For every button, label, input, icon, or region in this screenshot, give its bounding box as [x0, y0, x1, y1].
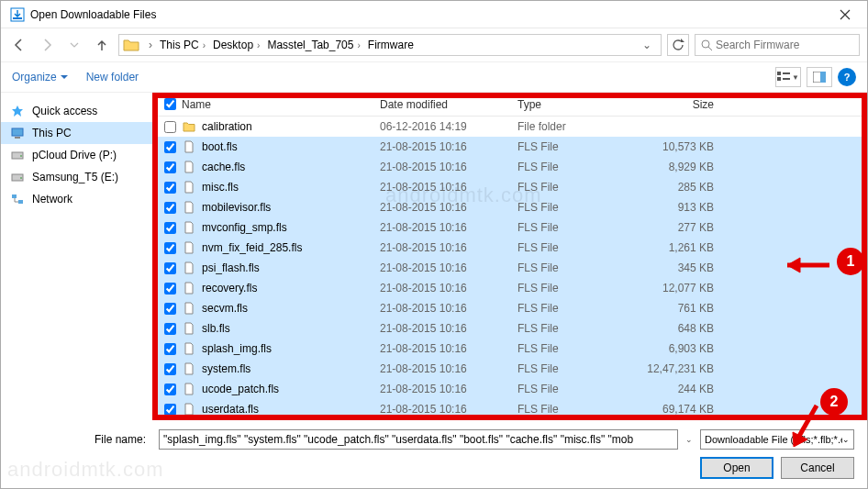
nav-item-this-pc[interactable]: This PC: [1, 122, 152, 144]
file-name: boot.fls: [202, 140, 380, 153]
cancel-button[interactable]: Cancel: [781, 457, 854, 479]
file-size: 69,174 KB: [637, 403, 729, 416]
svg-rect-3: [777, 72, 781, 75]
breadcrumb[interactable]: Desktop›: [211, 39, 265, 51]
up-button[interactable]: [91, 34, 113, 56]
file-name: system.fls: [202, 362, 380, 375]
row-checkbox[interactable]: [164, 262, 176, 274]
arrow-right-icon: [39, 38, 54, 52]
row-checkbox[interactable]: [164, 141, 176, 153]
file-row[interactable]: system.fls21-08-2015 10:16FLS File12,47,…: [152, 359, 867, 379]
file-icon: [182, 181, 196, 194]
file-type: FLS File: [517, 221, 637, 234]
file-icon: [182, 221, 196, 234]
row-checkbox[interactable]: [164, 161, 176, 173]
file-row[interactable]: misc.fls21-08-2015 10:16FLS File285 KB: [152, 177, 867, 197]
file-date: 21-08-2015 10:16: [380, 140, 517, 153]
col-size[interactable]: Size: [637, 98, 729, 111]
svg-rect-10: [15, 137, 20, 139]
svg-rect-15: [12, 194, 17, 198]
row-checkbox[interactable]: [164, 303, 176, 315]
chevron-down-icon[interactable]: ⌄: [642, 39, 651, 51]
file-row[interactable]: slb.fls21-08-2015 10:16FLS File648 KB: [152, 318, 867, 339]
file-row[interactable]: mvconfig_smp.fls21-08-2015 10:16FLS File…: [152, 217, 867, 238]
file-row[interactable]: nvm_fix_feid_285.fls21-08-2015 10:16FLS …: [152, 238, 867, 258]
search-box[interactable]: [695, 34, 860, 56]
forward-button[interactable]: [36, 34, 58, 56]
file-type: FLS File: [517, 282, 637, 295]
recent-dropdown[interactable]: [63, 34, 85, 56]
row-checkbox[interactable]: [164, 363, 176, 375]
row-checkbox[interactable]: [164, 404, 176, 416]
row-checkbox[interactable]: [164, 202, 176, 214]
back-button[interactable]: [8, 34, 30, 56]
select-all-checkbox[interactable]: [164, 98, 176, 110]
file-size: 277 KB: [637, 221, 729, 234]
file-size: 10,573 KB: [637, 140, 729, 153]
file-row[interactable]: boot.fls21-08-2015 10:16FLS File10,573 K…: [152, 137, 867, 157]
close-button[interactable]: [827, 2, 863, 28]
organize-menu[interactable]: Organize: [12, 71, 68, 83]
file-icon: [182, 140, 196, 153]
file-row[interactable]: calibration06-12-2016 14:19File folder: [152, 117, 867, 137]
nav-item-samsung-t5-e-[interactable]: Samsung_T5 (E:): [1, 166, 152, 188]
view-mode-button[interactable]: ▼: [775, 67, 801, 87]
file-list-area: Name Date modified Type Size calibration…: [152, 93, 867, 420]
file-name: secvm.fls: [202, 302, 380, 315]
file-list[interactable]: Name Date modified Type Size calibration…: [152, 93, 867, 420]
folder-icon: [123, 37, 139, 53]
row-checkbox[interactable]: [164, 383, 176, 395]
svg-rect-4: [777, 77, 781, 81]
file-icon: [182, 161, 196, 173]
file-row[interactable]: ucode_patch.fls21-08-2015 10:16FLS File2…: [152, 379, 867, 399]
file-icon: [182, 403, 196, 416]
row-checkbox[interactable]: [164, 182, 176, 194]
nav-item-pcloud-drive-p-[interactable]: pCloud Drive (P:): [1, 144, 152, 166]
search-input[interactable]: [716, 39, 853, 51]
file-type-filter[interactable]: Downloadable File (*.fls;*.flb;*.e⌄: [700, 429, 854, 450]
preview-pane-button[interactable]: [807, 67, 832, 87]
breadcrumb[interactable]: Masstel_Tab_705›: [265, 39, 365, 51]
filename-input[interactable]: [159, 429, 678, 450]
file-type: FLS File: [517, 201, 637, 214]
file-row[interactable]: splash_img.fls21-08-2015 10:16FLS File6,…: [152, 339, 867, 359]
file-row[interactable]: cache.fls21-08-2015 10:16FLS File8,929 K…: [152, 157, 867, 177]
dialog-body: Quick accessThis PCpCloud Drive (P:)Sams…: [1, 93, 867, 420]
breadcrumb[interactable]: This PC›: [158, 39, 211, 51]
col-date[interactable]: Date modified: [380, 98, 517, 111]
refresh-button[interactable]: [667, 34, 689, 56]
file-name: recovery.fls: [202, 282, 380, 295]
file-row[interactable]: recovery.fls21-08-2015 10:16FLS File12,0…: [152, 278, 867, 298]
row-checkbox[interactable]: [164, 283, 176, 295]
file-type: FLS File: [517, 161, 637, 173]
breadcrumb[interactable]: Firmware: [366, 39, 416, 51]
svg-point-14: [20, 177, 22, 179]
row-checkbox[interactable]: [164, 242, 176, 254]
file-row[interactable]: secvm.fls21-08-2015 10:16FLS File761 KB: [152, 298, 867, 318]
file-row[interactable]: userdata.fls21-08-2015 10:16FLS File69,1…: [152, 399, 867, 419]
col-type[interactable]: Type: [517, 98, 637, 111]
file-name: calibration: [202, 120, 380, 133]
col-name[interactable]: Name: [182, 98, 380, 111]
file-type: FLS File: [517, 342, 637, 355]
nav-item-quick-access[interactable]: Quick access: [1, 100, 152, 122]
file-type: FLS File: [517, 403, 637, 416]
row-checkbox[interactable]: [164, 222, 176, 234]
nav-item-network[interactable]: Network: [1, 188, 152, 210]
file-name: splash_img.fls: [202, 342, 380, 355]
address-bar[interactable]: › This PC› Desktop› Masstel_Tab_705› Fir…: [118, 34, 662, 56]
open-button[interactable]: Open: [700, 457, 773, 479]
annotation-2: [789, 401, 826, 447]
help-button[interactable]: ?: [838, 68, 856, 86]
file-date: 21-08-2015 10:16: [380, 241, 517, 254]
file-size: 12,077 KB: [637, 282, 729, 295]
new-folder-button[interactable]: New folder: [86, 71, 139, 83]
file-row[interactable]: psi_flash.fls21-08-2015 10:16FLS File345…: [152, 258, 867, 278]
file-name: mobilevisor.fls: [202, 201, 380, 214]
file-date: 21-08-2015 10:16: [380, 302, 517, 315]
file-row[interactable]: mobilevisor.fls21-08-2015 10:16FLS File9…: [152, 197, 867, 217]
row-checkbox[interactable]: [164, 343, 176, 355]
row-checkbox[interactable]: [164, 121, 176, 133]
row-checkbox[interactable]: [164, 323, 176, 335]
chevron-down-icon: [70, 40, 79, 50]
